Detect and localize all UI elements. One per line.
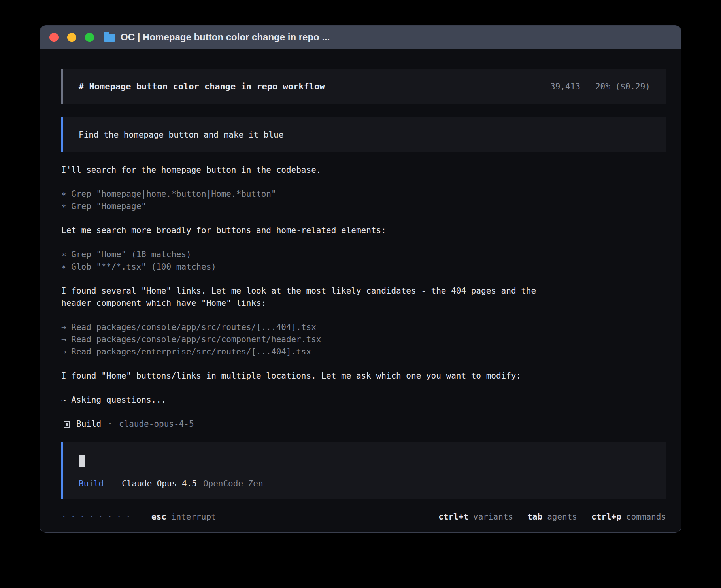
- window-title: OC | Homepage button color change in rep…: [121, 32, 330, 43]
- statusbar-left: ········ esc interrupt: [61, 511, 216, 523]
- shortcut-variants[interactable]: ctrl+t variants: [438, 511, 513, 523]
- shortcut-key: ctrl+p: [591, 511, 621, 523]
- shortcut-key: ctrl+t: [438, 511, 468, 523]
- tool-call: ∗ Grep "Homepage": [61, 200, 666, 213]
- shortcut-label: interrupt: [171, 511, 216, 523]
- text-cursor: [79, 455, 85, 467]
- build-agent-icon: [64, 421, 70, 428]
- session-stats: 39,413 20% ($0.29): [550, 81, 650, 92]
- tool-call: ∗ Grep "homepage|home.*button|Home.*butt…: [61, 188, 666, 200]
- shortcut-label: commands: [626, 511, 666, 523]
- assistant-text: I'll search for the homepage button in t…: [61, 164, 555, 176]
- assistant-text: I found "Home" buttons/links in multiple…: [61, 370, 555, 382]
- progress-dots: ········: [61, 511, 135, 523]
- tool-call-group: → Read packages/console/app/src/routes/[…: [61, 321, 666, 358]
- separator-dot: ·: [108, 418, 113, 430]
- session-header: # Homepage button color change in repo w…: [61, 69, 666, 104]
- close-button[interactable]: [49, 33, 59, 42]
- tool-call-group: ∗ Grep "Home" (18 matches) ∗ Glob "**/*.…: [61, 249, 666, 273]
- provider-label: OpenCode Zen: [203, 478, 263, 489]
- minimize-button[interactable]: [67, 33, 76, 42]
- shortcut-label: variants: [473, 511, 513, 523]
- token-count: 39,413: [550, 81, 580, 92]
- zoom-button[interactable]: [85, 33, 94, 42]
- assistant-status-text: ~ Asking questions...: [61, 394, 555, 406]
- assistant-text: Let me search more broadly for buttons a…: [61, 224, 555, 237]
- mode-label[interactable]: Build: [79, 478, 104, 489]
- context-usage: 20% ($0.29): [595, 81, 650, 92]
- shortcut-agents[interactable]: tab agents: [527, 511, 577, 523]
- prompt-input[interactable]: Build Claude Opus 4.5 OpenCode Zen: [61, 442, 666, 499]
- tool-call: → Read packages/console/app/src/routes/[…: [61, 321, 666, 334]
- assistant-text: I found several "Home" links. Let me loo…: [61, 285, 555, 309]
- tool-call: ∗ Glob "**/*.tsx" (100 matches): [61, 261, 666, 273]
- agent-name: Build: [76, 418, 101, 430]
- terminal-window: OC | Homepage button color change in rep…: [40, 25, 681, 533]
- statusbar-right: ctrl+t variants tab agents ctrl+p comman…: [438, 511, 666, 523]
- tool-call: → Read packages/enterprise/src/routes/[.…: [61, 346, 666, 358]
- input-meta: Build Claude Opus 4.5 OpenCode Zen: [79, 478, 650, 489]
- model-label[interactable]: Claude Opus 4.5: [122, 478, 197, 489]
- agent-status-row: Build · claude-opus-4-5: [64, 418, 666, 430]
- tool-call: → Read packages/console/app/src/componen…: [61, 334, 666, 346]
- tool-call-group: ∗ Grep "homepage|home.*button|Home.*butt…: [61, 188, 666, 213]
- shortcut-key: esc: [151, 511, 166, 523]
- session-title: # Homepage button color change in repo w…: [79, 81, 325, 92]
- traffic-lights: [49, 33, 94, 42]
- statusbar: ········ esc interrupt ctrl+t variants t…: [61, 511, 666, 523]
- shortcut-label: agents: [547, 511, 577, 523]
- titlebar: OC | Homepage button color change in rep…: [40, 26, 681, 49]
- folder-icon: [104, 34, 115, 42]
- shortcut-commands[interactable]: ctrl+p commands: [591, 511, 666, 523]
- agent-model: claude-opus-4-5: [119, 418, 194, 430]
- session-content: # Homepage button color change in repo w…: [40, 49, 681, 533]
- shortcut-interrupt[interactable]: esc interrupt: [151, 511, 216, 523]
- user-message: Find the homepage button and make it blu…: [61, 117, 666, 152]
- user-message-text: Find the homepage button and make it blu…: [79, 130, 283, 139]
- tool-call: ∗ Grep "Home" (18 matches): [61, 249, 666, 261]
- shortcut-key: tab: [527, 511, 542, 523]
